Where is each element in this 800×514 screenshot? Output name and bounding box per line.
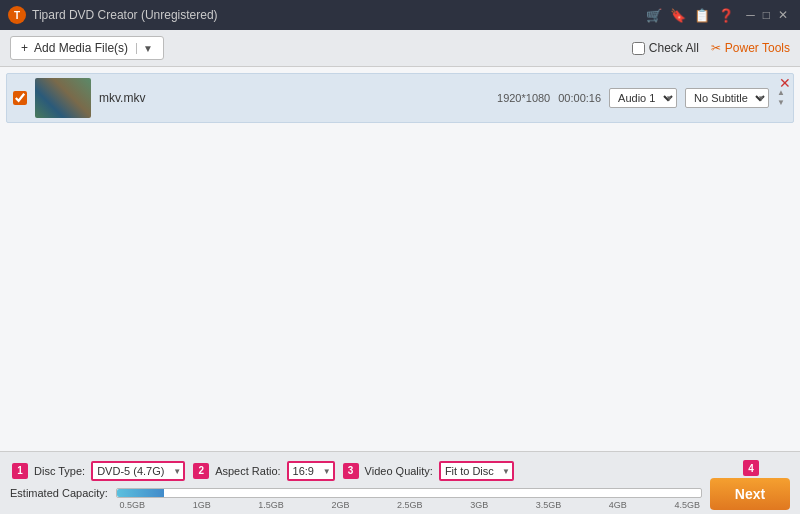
close-button[interactable]: ✕	[774, 8, 792, 22]
disc-type-select-wrapper: DVD-5 (4.7G) DVD-9 (8.5G)	[91, 461, 185, 481]
capacity-bar	[117, 489, 164, 497]
main-area: + Add Media File(s) ▼ Check All ✂ Power …	[0, 30, 800, 514]
titlebar-icons: 🛒 🔖 📋 ❓	[646, 8, 734, 23]
file-name: mkv.mkv	[99, 91, 489, 105]
capacity-ticks: 0.5GB 1GB 1.5GB 2GB 2.5GB 3GB 3.5GB 4GB …	[10, 500, 702, 510]
tick-5: 3GB	[470, 500, 488, 510]
settings-row: 1 Disc Type: DVD-5 (4.7G) DVD-9 (8.5G) 2…	[10, 461, 702, 481]
subtitle-select-wrapper: No Subtitle	[685, 88, 769, 108]
video-quality-select[interactable]: Fit to Disc High Medium Low	[439, 461, 514, 481]
app-title: Tipard DVD Creator (Unregistered)	[32, 8, 646, 22]
app-logo: T	[8, 6, 26, 24]
file-thumbnail	[35, 78, 91, 118]
tick-6: 3.5GB	[536, 500, 562, 510]
arrow-down-icon[interactable]: ▼	[777, 99, 785, 107]
bottom-controls: 1 Disc Type: DVD-5 (4.7G) DVD-9 (8.5G) 2…	[0, 451, 800, 514]
badge-3: 3	[343, 463, 359, 479]
file-list: mkv.mkv 1920*1080 00:00:16 Audio 1 Audio…	[0, 67, 800, 451]
disc-type-select[interactable]: DVD-5 (4.7G) DVD-9 (8.5G)	[91, 461, 185, 481]
file-checkbox[interactable]	[13, 91, 27, 105]
power-tools-button[interactable]: ✂ Power Tools	[711, 41, 790, 55]
minimize-button[interactable]: ─	[742, 8, 759, 22]
tools-icon: ✂	[711, 41, 721, 55]
tick-2: 1.5GB	[258, 500, 284, 510]
cart-icon[interactable]: 🛒	[646, 8, 662, 23]
badge-2: 2	[193, 463, 209, 479]
capacity-bar-container	[116, 488, 702, 498]
file-remove-button[interactable]: ✕	[779, 76, 791, 90]
toolbar-right: Check All ✂ Power Tools	[632, 41, 790, 55]
copy-icon[interactable]: 📋	[694, 8, 710, 23]
capacity-label: Estimated Capacity:	[10, 487, 108, 499]
capacity-row: Estimated Capacity:	[10, 487, 702, 499]
file-meta: 1920*1080 00:00:16 Audio 1 Audio 2 No Su…	[497, 88, 769, 108]
aspect-ratio-label: Aspect Ratio:	[215, 465, 280, 477]
next-button[interactable]: Next	[710, 478, 790, 510]
power-tools-label: Power Tools	[725, 41, 790, 55]
file-arrows: ▲ ▼	[777, 89, 785, 107]
badge-1: 1	[12, 463, 28, 479]
check-all-label[interactable]: Check All	[632, 41, 699, 55]
tick-7: 4GB	[609, 500, 627, 510]
table-row: mkv.mkv 1920*1080 00:00:16 Audio 1 Audio…	[6, 73, 794, 123]
video-quality-label: Video Quality:	[365, 465, 433, 477]
aspect-ratio-select[interactable]: 16:9 4:3	[287, 461, 335, 481]
disc-type-label: Disc Type:	[34, 465, 85, 477]
badge-4: 4	[743, 460, 759, 476]
settings-and-capacity: 1 Disc Type: DVD-5 (4.7G) DVD-9 (8.5G) 2…	[10, 461, 702, 510]
toolbar: + Add Media File(s) ▼ Check All ✂ Power …	[0, 30, 800, 67]
tick-8: 4.5GB	[674, 500, 700, 510]
file-resolution: 1920*1080	[497, 92, 550, 104]
subtitle-select[interactable]: No Subtitle	[685, 88, 769, 108]
help-icon[interactable]: ❓	[718, 8, 734, 23]
aspect-ratio-select-wrapper: 16:9 4:3	[287, 461, 335, 481]
bottom-row: 1 Disc Type: DVD-5 (4.7G) DVD-9 (8.5G) 2…	[10, 460, 790, 510]
audio-select[interactable]: Audio 1 Audio 2	[609, 88, 677, 108]
maximize-button[interactable]: □	[759, 8, 774, 22]
file-duration: 00:00:16	[558, 92, 601, 104]
tick-1: 1GB	[193, 500, 211, 510]
tick-4: 2.5GB	[397, 500, 423, 510]
add-icon: +	[21, 41, 28, 55]
dropdown-arrow-icon[interactable]: ▼	[136, 43, 153, 54]
audio-select-wrapper: Audio 1 Audio 2	[609, 88, 677, 108]
titlebar: T Tipard DVD Creator (Unregistered) 🛒 🔖 …	[0, 0, 800, 30]
bookmark-icon[interactable]: 🔖	[670, 8, 686, 23]
video-quality-select-wrapper: Fit to Disc High Medium Low	[439, 461, 514, 481]
tick-0: 0.5GB	[120, 500, 146, 510]
add-media-label: Add Media File(s)	[34, 41, 128, 55]
next-section: 4 Next	[710, 460, 790, 510]
tick-3: 2GB	[331, 500, 349, 510]
add-media-button[interactable]: + Add Media File(s) ▼	[10, 36, 164, 60]
thumbnail-image	[35, 78, 91, 118]
check-all-checkbox[interactable]	[632, 42, 645, 55]
